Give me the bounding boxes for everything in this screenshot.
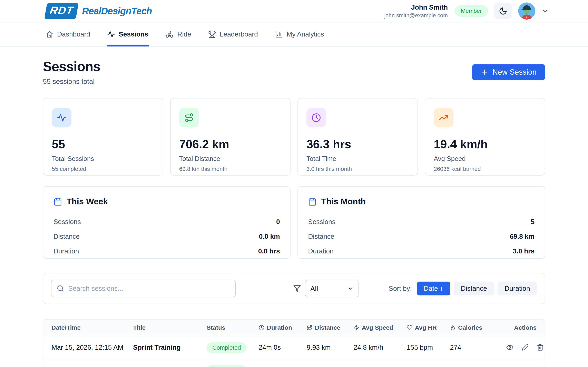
nav-label: Dashboard	[57, 30, 90, 38]
top-bar: RDT RealDesignTech John Smith john.smith…	[0, 0, 588, 22]
table-row[interactable]: Mar 15, 2026, 12:15 AM Sprint Training C…	[43, 336, 545, 359]
edit-button[interactable]	[522, 344, 528, 351]
new-session-label: New Session	[493, 68, 536, 76]
col-header-distance: Distance	[307, 324, 354, 331]
calendar-icon	[308, 197, 317, 206]
col-header-duration: Duration	[259, 324, 307, 331]
nav-label: Ride	[177, 30, 191, 38]
main-nav: Dashboard Sessions Ride Leaderboard My A…	[0, 22, 588, 47]
nav-label: My Analytics	[286, 30, 324, 38]
trending-up-icon	[434, 108, 453, 127]
clock-icon	[259, 325, 264, 331]
search-box	[51, 280, 236, 297]
period-row-label: Duration	[53, 247, 79, 255]
sort-distance-button[interactable]: Distance	[454, 282, 494, 295]
pirate-avatar-icon	[518, 2, 535, 20]
sort-duration-button[interactable]: Duration	[498, 282, 537, 295]
activity-icon	[107, 30, 115, 38]
col-header-avg-speed: Avg Speed	[354, 324, 407, 331]
user-email: john.smith@example.com	[384, 12, 448, 19]
nav-item-leaderboard[interactable]: Leaderboard	[208, 22, 258, 46]
table-row[interactable]: Mar 14, 2026, 02:58 AM Group Cycling Com…	[43, 359, 545, 367]
this-week-card: This Week Sessions 0 Distance 0.0 km Dur…	[43, 186, 291, 259]
stat-card-total-distance: 706.2 km Total Distance 69.8 km this mon…	[170, 98, 291, 175]
period-row-label: Sessions	[308, 218, 336, 226]
this-month-card: This Month Sessions 5 Distance 69.8 km D…	[297, 186, 545, 259]
activity-icon	[52, 108, 71, 127]
period-row-label: Duration	[308, 247, 334, 255]
period-row-value: 0.0 hrs	[258, 247, 280, 255]
cell-calories: 274	[450, 343, 506, 351]
cell-avg-speed: 24.8 km/h	[354, 343, 407, 351]
sessions-table: Date/Time Title Status Duration Distance…	[43, 319, 545, 367]
user-name: John Smith	[384, 3, 448, 11]
heart-icon	[407, 325, 412, 331]
avatar[interactable]	[518, 2, 535, 20]
page-head: Sessions 55 sessions total New Session	[43, 59, 545, 85]
search-input[interactable]	[51, 280, 236, 297]
period-title: This Week	[67, 197, 108, 206]
sort-label: Sort by:	[389, 285, 412, 292]
col-header-title: Title	[133, 324, 207, 331]
nav-item-sessions[interactable]: Sessions	[107, 22, 148, 46]
stat-sub: 26036 kcal burned	[434, 166, 536, 172]
chevron-down-icon[interactable]	[541, 7, 549, 15]
period-row: Duration 0.0 hrs	[53, 244, 280, 259]
stat-sub: 3.0 hrs this month	[306, 166, 409, 172]
stat-card-total-time: 36.3 hrs Total Time 3.0 hrs this month	[297, 98, 418, 175]
stat-card-total-sessions: 55 Total Sessions 55 completed	[43, 98, 163, 175]
main-content: Sessions 55 sessions total New Session 5…	[43, 47, 545, 367]
brand-logo[interactable]: RDT RealDesignTech	[46, 3, 152, 19]
period-row-value: 5	[531, 218, 535, 226]
period-row-value: 0.0 km	[259, 233, 280, 240]
calendar-icon	[53, 197, 62, 206]
cell-duration: 24m 0s	[259, 343, 307, 351]
period-row: Sessions 5	[308, 215, 535, 229]
stat-label: Total Distance	[179, 155, 282, 162]
view-button[interactable]	[506, 344, 513, 351]
nav-label: Sessions	[119, 30, 148, 38]
stat-value: 55	[52, 137, 154, 151]
brand-name: RealDesignTech	[82, 6, 152, 17]
col-header-actions: Actions	[506, 324, 536, 331]
route-icon	[307, 325, 312, 331]
table-header-row: Date/Time Title Status Duration Distance…	[43, 319, 545, 336]
col-header-avg-hr: Avg HR	[407, 324, 450, 331]
period-row-label: Distance	[308, 233, 334, 240]
period-row: Duration 3.0 hrs	[308, 244, 535, 259]
bike-icon	[165, 30, 173, 38]
period-row-value: 69.8 km	[510, 233, 535, 240]
funnel-icon	[293, 285, 301, 292]
top-right-cluster: John Smith john.smith@example.com Member	[384, 2, 549, 20]
sessions-toolbar: All Sort by: Date ↓ Distance Duration	[43, 273, 545, 304]
period-row: Distance 0.0 km	[53, 229, 280, 244]
period-row-value: 0	[276, 218, 280, 226]
nav-item-dashboard[interactable]: Dashboard	[46, 22, 90, 46]
user-info: John Smith john.smith@example.com	[384, 3, 448, 19]
nav-item-ride[interactable]: Ride	[165, 22, 191, 46]
trophy-icon	[208, 30, 216, 38]
zap-icon	[354, 325, 359, 331]
stats-row: 55 Total Sessions 55 completed 706.2 km …	[43, 98, 545, 175]
route-icon	[179, 108, 199, 127]
stat-label: Total Time	[306, 155, 409, 162]
chevron-down-icon	[347, 286, 353, 291]
periods-row: This Week Sessions 0 Distance 0.0 km Dur…	[43, 186, 545, 259]
period-row-label: Distance	[53, 233, 80, 240]
sort-date-button[interactable]: Date ↓	[417, 282, 450, 295]
period-row: Distance 69.8 km	[308, 229, 535, 244]
nav-item-my-analytics[interactable]: My Analytics	[275, 22, 324, 46]
col-header-calories: Calories	[450, 324, 506, 331]
stat-label: Avg Speed	[434, 155, 536, 162]
search-icon	[57, 285, 64, 292]
page-subtitle: 55 sessions total	[43, 77, 100, 85]
stat-card-avg-speed: 19.4 km/h Avg Speed 26036 kcal burned	[425, 98, 545, 175]
filter-select[interactable]: All	[305, 280, 359, 297]
clock-icon	[306, 108, 326, 127]
stat-value: 706.2 km	[179, 137, 282, 151]
theme-toggle-button[interactable]	[494, 3, 512, 19]
pencil-icon	[522, 344, 528, 351]
new-session-button[interactable]: New Session	[472, 64, 545, 80]
delete-button[interactable]	[537, 344, 544, 351]
cell-avg-hr: 155 bpm	[407, 343, 450, 351]
